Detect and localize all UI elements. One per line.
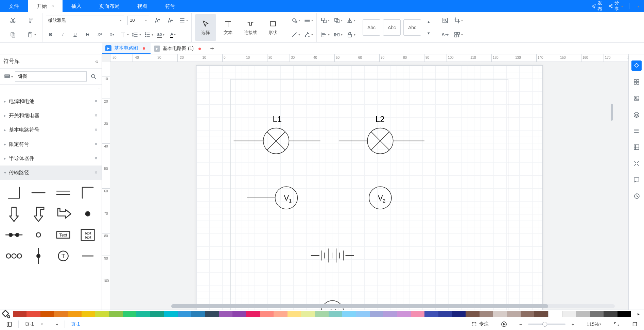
shape-double-line[interactable]: [52, 183, 74, 202]
page-select[interactable]: 页-1▾: [19, 318, 49, 330]
panel-data-icon[interactable]: [631, 142, 642, 152]
search-icon[interactable]: [89, 72, 98, 81]
publish-button[interactable]: 发布: [591, 0, 602, 12]
sidebar-cat-transmission[interactable]: ▾传输路径×: [0, 166, 102, 180]
menu-view[interactable]: 视图: [128, 0, 156, 12]
menu-insert[interactable]: 插入: [63, 0, 90, 12]
fit-page-button[interactable]: [626, 318, 644, 330]
shape-junction[interactable]: [3, 225, 25, 244]
zoom-in-button[interactable]: +: [565, 318, 580, 330]
bold-button[interactable]: B: [46, 30, 55, 39]
right-panel-handle[interactable]: [611, 104, 613, 121]
shape-arrow-bend-down[interactable]: [27, 204, 50, 223]
pages-panel-button[interactable]: [0, 318, 18, 330]
close-icon[interactable]: ×: [94, 170, 98, 176]
shape-arrow-down[interactable]: [3, 204, 25, 223]
shape-arrow-bend-right[interactable]: [52, 204, 74, 223]
list-button[interactable]: ▾: [144, 30, 153, 39]
font-size-select[interactable]: 10▾: [127, 16, 149, 25]
panel-outline-icon[interactable]: [631, 126, 642, 136]
distribute-button[interactable]: ▾: [333, 30, 343, 39]
shape-wire-short[interactable]: [76, 246, 99, 265]
panel-style-icon[interactable]: [631, 60, 642, 71]
quick-style-button[interactable]: ▾: [303, 30, 313, 39]
theme-3[interactable]: Abc: [403, 19, 421, 36]
paste-button[interactable]: ▾: [24, 28, 39, 41]
collapse-sidebar-button[interactable]: «: [95, 58, 98, 65]
close-icon[interactable]: ×: [94, 127, 98, 133]
focus-mode-button[interactable]: 专注: [465, 318, 495, 330]
sidebar-cat-basic[interactable]: ▸基本电路符号×: [0, 123, 102, 137]
text-tool[interactable]: 文本: [217, 14, 239, 41]
align-button[interactable]: ▾: [320, 30, 330, 39]
crop-button[interactable]: ▾: [453, 16, 463, 25]
zoom-out-button[interactable]: −: [513, 318, 528, 330]
hscrollbar-thumb[interactable]: [171, 304, 548, 308]
shape-three-circles[interactable]: [3, 246, 25, 265]
new-tab-button[interactable]: +: [206, 43, 218, 54]
add-page-button[interactable]: +: [49, 318, 64, 330]
shape-dot[interactable]: [76, 204, 99, 223]
menu-start[interactable]: 开始: [28, 0, 63, 12]
shape-line[interactable]: [27, 183, 50, 202]
connector-tool[interactable]: 连接线: [240, 14, 261, 41]
close-icon[interactable]: ×: [94, 141, 98, 147]
copy-button[interactable]: [5, 28, 20, 41]
arrange-button[interactable]: ▾: [453, 30, 463, 39]
text-transform-button[interactable]: ▾: [119, 30, 129, 39]
theme-prev[interactable]: ▴: [424, 17, 433, 27]
share-button[interactable]: 分享▾: [608, 0, 623, 12]
format-painter-button[interactable]: [24, 14, 39, 27]
more-colors-button[interactable]: ▸: [633, 311, 644, 316]
replace-button[interactable]: A: [440, 30, 450, 39]
menu-symbols[interactable]: 符号: [156, 0, 184, 12]
theme-1[interactable]: Abc: [363, 19, 380, 36]
close-icon[interactable]: ×: [94, 98, 98, 104]
symbol-search-input[interactable]: [15, 71, 87, 82]
line-color-button[interactable]: ▾: [291, 30, 300, 39]
shape-corner-br[interactable]: [76, 183, 99, 202]
close-icon[interactable]: ×: [94, 155, 98, 161]
bring-forward-button[interactable]: ▾: [333, 16, 343, 25]
hscrollbar-track[interactable]: [171, 304, 615, 308]
color-palette[interactable]: [11, 311, 633, 317]
line-style-button[interactable]: ▾: [303, 16, 313, 25]
play-button[interactable]: [495, 318, 513, 330]
menu-file[interactable]: 文件: [0, 0, 28, 12]
fullscreen-button[interactable]: [607, 318, 626, 330]
select-tool[interactable]: 选择: [195, 14, 216, 41]
panel-layers-icon[interactable]: [631, 109, 642, 120]
superscript-button[interactable]: X²: [95, 30, 104, 39]
help-button[interactable]: ▾: [636, 4, 639, 8]
shape-tool[interactable]: 形状: [262, 14, 283, 41]
find-button[interactable]: [440, 16, 450, 25]
sidebar-cat-qualifier[interactable]: ▸限定符号×: [0, 137, 102, 151]
underline-button[interactable]: U: [70, 30, 80, 39]
sidebar-cat-semiconductor[interactable]: ▸半导体器件×: [0, 151, 102, 166]
line-spacing-button[interactable]: ▾: [132, 30, 141, 39]
close-icon[interactable]: ×: [94, 112, 98, 119]
scroll-up-icon[interactable]: ˆ: [98, 87, 100, 92]
theme-2[interactable]: Abc: [383, 19, 401, 36]
battery-bank[interactable]: [311, 249, 354, 262]
library-menu-button[interactable]: ▾: [3, 72, 13, 81]
align-horizontal-button[interactable]: ▾: [178, 16, 188, 25]
strikethrough-button[interactable]: S: [83, 30, 92, 39]
cut-button[interactable]: [5, 14, 20, 27]
doc-tab-0[interactable]: ▸ 基本电路图: [102, 43, 151, 54]
flip-button[interactable]: ▾: [346, 16, 355, 25]
panel-shapes-icon[interactable]: [631, 77, 642, 87]
sidebar-cat-power[interactable]: ▸电源和电池×: [0, 94, 102, 108]
font-shrink-button[interactable]: [166, 16, 175, 25]
shape-vertical-detach[interactable]: [27, 246, 50, 265]
zoom-value[interactable]: 115%▾: [580, 318, 607, 330]
sidebar-cat-switch[interactable]: ▸开关和继电器×: [0, 108, 102, 123]
shape-text-stack[interactable]: TextText: [76, 225, 99, 244]
theme-next[interactable]: ▾: [424, 29, 433, 38]
panel-expand-icon[interactable]: [631, 158, 642, 169]
panel-image-icon[interactable]: [631, 93, 642, 103]
font-family-select[interactable]: 微软雅黑▾: [46, 16, 124, 25]
shape-node-open[interactable]: [27, 225, 50, 244]
font-grow-button[interactable]: [153, 16, 162, 25]
zoom-slider[interactable]: [528, 324, 565, 325]
